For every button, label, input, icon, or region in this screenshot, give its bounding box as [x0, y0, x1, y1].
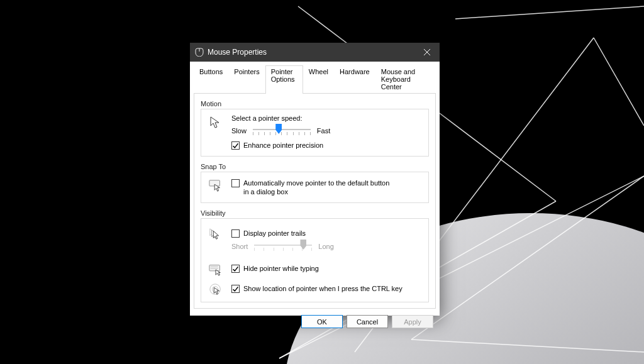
svg-line-4 — [411, 339, 644, 352]
enhance-precision-label[interactable]: Enhance pointer precision — [243, 141, 323, 150]
tab-hardware[interactable]: Hardware — [334, 65, 375, 93]
svg-line-3 — [411, 176, 644, 339]
trails-short-label: Short — [231, 243, 248, 250]
trails-label[interactable]: Display pointer trails — [243, 229, 306, 238]
apply-button: Apply — [392, 315, 433, 328]
locate-pointer-icon — [208, 283, 224, 297]
group-visibility-title: Visibility — [201, 209, 429, 217]
close-icon — [424, 49, 430, 55]
enhance-precision-checkbox[interactable] — [231, 141, 240, 150]
snapto-icon — [208, 177, 224, 197]
tabpanel-pointer-options: Motion Select a pointer speed: Slow — [194, 93, 436, 309]
tab-mouse-keyboard-center[interactable]: Mouse and Keyboard Center — [375, 65, 436, 93]
locate-pointer-label[interactable]: Show location of pointer when I press th… — [243, 284, 402, 293]
pointer-speed-slider[interactable] — [253, 124, 311, 137]
snapto-checkbox[interactable] — [231, 179, 240, 187]
group-snapto: Snap To Automatically move pointer to th… — [201, 163, 429, 203]
tab-pointers[interactable]: Pointers — [228, 65, 265, 93]
group-visibility: Visibility — [201, 209, 429, 302]
dialog-body: Buttons Pointers Pointer Options Wheel H… — [190, 62, 440, 309]
close-button[interactable] — [414, 43, 440, 62]
hide-typing-icon — [208, 263, 224, 277]
tab-buttons[interactable]: Buttons — [194, 65, 228, 93]
snapto-label[interactable]: Automatically move pointer to the defaul… — [243, 179, 394, 196]
trails-long-label: Long — [318, 243, 333, 250]
group-motion-title: Motion — [201, 100, 429, 108]
motion-slow-label: Slow — [231, 127, 247, 135]
tabstrip: Buttons Pointers Pointer Options Wheel H… — [194, 65, 436, 94]
trails-checkbox[interactable] — [231, 229, 240, 238]
hide-typing-checkbox[interactable] — [231, 265, 240, 273]
group-motion: Motion Select a pointer speed: Slow — [201, 100, 429, 157]
motion-select-label: Select a pointer speed: — [231, 114, 422, 122]
tab-wheel[interactable]: Wheel — [303, 65, 334, 93]
motion-fast-label: Fast — [317, 127, 330, 135]
titlebar[interactable]: Mouse Properties — [190, 43, 440, 62]
mouse-properties-window: Mouse Properties Buttons Pointers Pointe… — [190, 43, 440, 316]
trails-icon — [208, 228, 224, 241]
cancel-button[interactable]: Cancel — [347, 315, 388, 328]
desktop: Mouse Properties Buttons Pointers Pointe… — [0, 0, 644, 364]
hide-typing-label[interactable]: Hide pointer while typing — [243, 264, 319, 273]
svg-rect-12 — [209, 265, 220, 271]
motion-cursor-icon — [208, 114, 224, 128]
button-bar: OK Cancel Apply — [190, 309, 440, 334]
locate-pointer-checkbox[interactable] — [231, 285, 240, 293]
svg-line-6 — [594, 38, 644, 126]
svg-line-7 — [455, 6, 644, 19]
window-title: Mouse Properties — [208, 48, 414, 57]
ok-button[interactable]: OK — [301, 315, 343, 328]
tab-pointer-options[interactable]: Pointer Options — [265, 65, 303, 93]
group-snapto-title: Snap To — [201, 163, 429, 170]
mouse-icon — [195, 48, 204, 57]
trails-slider — [254, 240, 312, 253]
